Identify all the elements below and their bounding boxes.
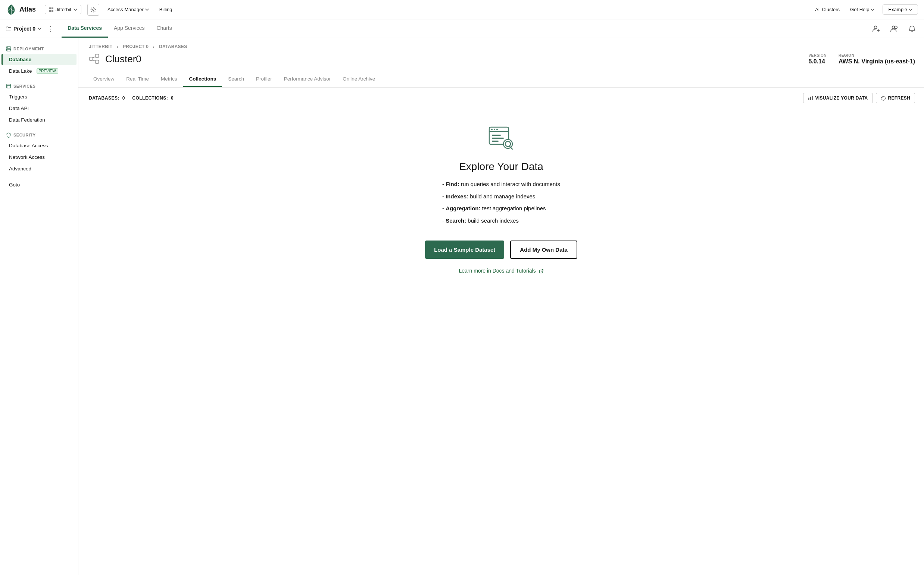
databases-count: 0 — [123, 95, 125, 101]
get-help-link[interactable]: Get Help — [848, 5, 876, 14]
empty-state: Explore Your Data - Find: run queries an… — [78, 108, 924, 289]
svg-point-7 — [7, 50, 8, 51]
security-section-header: SECURITY — [0, 129, 78, 140]
sidebar-item-data-lake[interactable]: Data Lake PREVIEW — [2, 65, 76, 77]
toolbar-buttons: VISUALIZE YOUR DATA REFRESH — [803, 93, 915, 103]
load-sample-dataset-button[interactable]: Load a Sample Dataset — [425, 240, 504, 259]
sidebar-item-database-access[interactable]: Database Access — [2, 140, 76, 151]
sidebar-item-goto[interactable]: Goto — [2, 179, 76, 191]
svg-point-11 — [95, 60, 99, 64]
feature-search: - Search: build search indexes — [442, 217, 560, 225]
invite-user-button[interactable] — [870, 23, 882, 35]
notifications-button[interactable] — [906, 23, 918, 35]
tab-app-services[interactable]: App Services — [108, 19, 150, 38]
activity-feed-button[interactable] — [888, 23, 900, 35]
billing-link[interactable]: Billing — [157, 5, 175, 14]
cluster-title: Cluster0 — [87, 52, 142, 66]
main-layout: DEPLOYMENT Database Data Lake PREVIEW SE… — [0, 38, 924, 575]
collections-toolbar: DATABASES: 0 COLLECTIONS: 0 VISUALIZE YO… — [78, 87, 924, 108]
tab-charts[interactable]: Charts — [150, 19, 178, 38]
chevron-down-icon — [909, 9, 913, 11]
breadcrumb-org[interactable]: JITTERBIT — [89, 44, 112, 49]
sidebar-item-data-api[interactable]: Data API — [2, 103, 76, 114]
cluster-header: Cluster0 VERSION 5.0.14 REGION AWS N. Vi… — [78, 52, 924, 71]
folder-icon — [6, 27, 11, 31]
svg-rect-15 — [810, 97, 811, 100]
breadcrumb-section[interactable]: DATABASES — [159, 44, 187, 49]
sidebar-item-network-access[interactable]: Network Access — [2, 151, 76, 163]
access-manager-link[interactable]: Access Manager — [105, 5, 151, 14]
services-icon — [6, 84, 11, 89]
org-name: Jitterbit — [56, 7, 71, 12]
docs-link[interactable]: Learn more in Docs and Tutorials — [459, 268, 543, 274]
logo: Atlas — [6, 5, 36, 15]
svg-rect-14 — [808, 98, 809, 100]
chevron-down-icon — [38, 28, 41, 30]
svg-line-13 — [93, 60, 95, 61]
sidebar-item-data-federation[interactable]: Data Federation — [2, 114, 76, 125]
settings-button[interactable] — [87, 4, 99, 16]
tab-data-services[interactable]: Data Services — [62, 19, 108, 38]
add-user-icon — [872, 25, 880, 33]
cluster-name: Cluster0 — [105, 53, 142, 65]
svg-point-9 — [89, 57, 93, 61]
deployment-icon — [6, 46, 11, 51]
breadcrumb: JITTERBIT › PROJECT 0 › DATABASES — [78, 38, 924, 52]
project-selector[interactable]: Project 0 — [6, 26, 46, 32]
breadcrumb-project[interactable]: PROJECT 0 — [123, 44, 148, 49]
tab-profiler[interactable]: Profiler — [250, 71, 278, 87]
svg-rect-16 — [812, 96, 812, 100]
org-selector[interactable]: Jitterbit — [45, 5, 81, 14]
tab-collections[interactable]: Collections — [183, 71, 222, 87]
collections-count: 0 — [171, 95, 174, 101]
db-stats: DATABASES: 0 COLLECTIONS: 0 — [87, 95, 174, 101]
visualize-data-button[interactable]: VISUALIZE YOUR DATA — [803, 93, 873, 103]
svg-point-20 — [494, 129, 495, 130]
empty-title: Explore Your Data — [459, 161, 543, 173]
chevron-down-icon — [871, 9, 875, 11]
cluster-region: REGION AWS N. Virginia (us-east-1) — [838, 53, 915, 65]
example-button[interactable]: Example — [883, 5, 918, 14]
project-nav: Project 0 ⋮ Data Services App Services C… — [0, 19, 924, 38]
sidebar-item-triggers[interactable]: Triggers — [2, 91, 76, 103]
main-content: JITTERBIT › PROJECT 0 › DATABASES Cl — [78, 38, 924, 575]
more-options-button[interactable]: ⋮ — [46, 23, 56, 34]
refresh-button[interactable]: REFRESH — [876, 93, 915, 103]
cluster-icon — [87, 52, 101, 66]
explore-data-icon — [486, 124, 516, 153]
sidebar-item-advanced[interactable]: Advanced — [2, 163, 76, 175]
activity-icon — [890, 25, 898, 33]
project-name: Project 0 — [13, 26, 35, 32]
sidebar-item-database[interactable]: Database — [2, 54, 76, 65]
svg-point-1 — [875, 26, 877, 29]
tab-search[interactable]: Search — [222, 71, 250, 87]
refresh-icon — [881, 95, 886, 101]
tab-metrics[interactable]: Metrics — [155, 71, 183, 87]
cluster-nodes-icon — [87, 52, 101, 66]
svg-rect-23 — [492, 138, 504, 139]
tab-online-archive[interactable]: Online Archive — [337, 71, 381, 87]
svg-point-10 — [95, 54, 99, 58]
project-right-actions — [870, 23, 918, 35]
svg-point-0 — [92, 9, 94, 10]
feature-indexes: - Indexes: build and manage indexes — [442, 192, 560, 201]
cluster-version: VERSION 5.0.14 — [808, 53, 827, 65]
project-tabs: Data Services App Services Charts — [62, 19, 178, 38]
preview-badge: PREVIEW — [37, 68, 58, 74]
cluster-meta: VERSION 5.0.14 REGION AWS N. Virginia (u… — [808, 53, 915, 65]
all-clusters-link[interactable]: All Clusters — [813, 5, 842, 14]
security-icon — [6, 132, 11, 138]
tab-performance-advisor[interactable]: Performance Advisor — [278, 71, 337, 87]
bell-icon — [908, 25, 916, 33]
add-my-own-data-button[interactable]: Add My Own Data — [510, 240, 577, 259]
feature-find: - Find: run queries and interact with do… — [442, 180, 560, 189]
svg-line-28 — [541, 269, 543, 272]
chart-icon — [808, 95, 813, 101]
svg-point-6 — [7, 48, 8, 48]
tab-realtime[interactable]: Real Time — [120, 71, 155, 87]
svg-point-21 — [496, 129, 498, 130]
external-link-icon — [539, 269, 544, 274]
svg-line-12 — [93, 57, 95, 58]
tab-overview[interactable]: Overview — [87, 71, 120, 87]
svg-point-19 — [491, 129, 492, 130]
